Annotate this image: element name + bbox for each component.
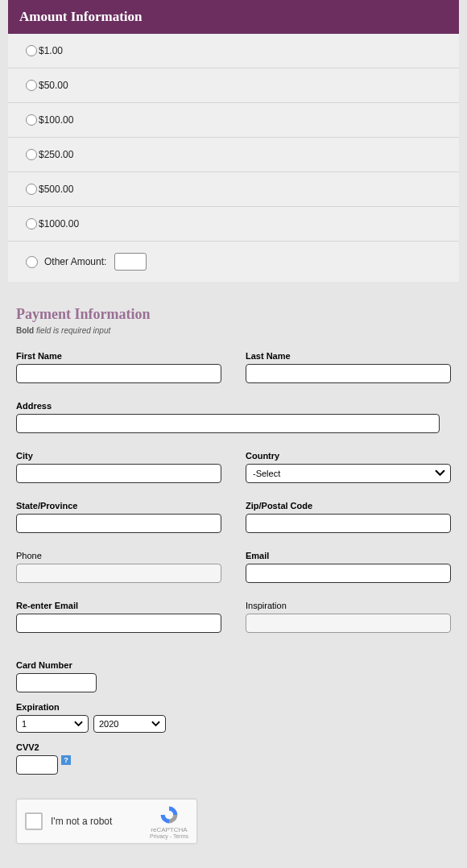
card-number-label: Card Number	[16, 660, 97, 670]
expiration-label: Expiration	[16, 702, 451, 712]
last-name-label: Last Name	[246, 351, 451, 361]
other-amount-input[interactable]	[114, 253, 147, 271]
reenter-email-field[interactable]	[16, 614, 221, 633]
amount-option-label: $100.00	[39, 114, 73, 126]
recaptcha-label: I'm not a robot	[51, 816, 150, 827]
amount-option-label: $1000.00	[39, 218, 79, 229]
zip-label: Zip/Postal Code	[246, 501, 451, 510]
country-label: Country	[246, 451, 451, 461]
payment-section: Payment Information Bold field is requir…	[8, 282, 459, 868]
card-number-field[interactable]	[16, 673, 97, 692]
first-name-label: First Name	[16, 351, 221, 361]
amount-option-label: $500.00	[39, 184, 73, 195]
radio-icon[interactable]	[26, 114, 37, 126]
amount-option-row[interactable]: $100.00	[8, 103, 459, 138]
email-label: Email	[246, 551, 451, 560]
phone-label: Phone	[16, 551, 221, 560]
radio-icon[interactable]	[26, 256, 38, 268]
first-name-field[interactable]	[16, 364, 221, 383]
amount-option-label: $1.00	[39, 45, 63, 56]
inspiration-label: Inspiration	[246, 601, 451, 610]
amount-option-row[interactable]: $50.00	[8, 68, 459, 103]
recaptcha-checkbox[interactable]	[25, 812, 43, 830]
amount-option-row[interactable]: $250.00	[8, 138, 459, 172]
expiration-year-select[interactable]: 2020	[93, 715, 166, 733]
amount-option-row[interactable]: $1.00	[8, 34, 459, 68]
radio-icon[interactable]	[26, 80, 37, 91]
amount-option-label: $250.00	[39, 149, 73, 160]
amount-option-row[interactable]: $1000.00	[8, 207, 459, 242]
radio-icon[interactable]	[26, 149, 37, 160]
cvv2-label: CVV2	[16, 742, 451, 752]
state-label: State/Province	[16, 501, 221, 510]
address-field[interactable]	[16, 414, 440, 433]
recaptcha-branding: reCAPTCHA Privacy - Terms	[150, 804, 188, 839]
amount-option-row[interactable]: $500.00	[8, 172, 459, 207]
recaptcha-terms[interactable]: Privacy - Terms	[150, 833, 188, 839]
recaptcha-brand: reCAPTCHA	[150, 826, 188, 833]
address-label: Address	[16, 401, 440, 411]
recaptcha-logo-icon	[159, 804, 180, 825]
radio-icon[interactable]	[26, 218, 37, 229]
phone-field[interactable]	[16, 564, 221, 583]
amount-other-row[interactable]: Other Amount:	[8, 242, 459, 282]
zip-field[interactable]	[246, 514, 451, 533]
payment-title: Payment Information	[16, 306, 451, 323]
page-container: Amount Information $1.00 $50.00 $100.00 …	[0, 0, 467, 868]
recaptcha-widget[interactable]: I'm not a robot reCAPTCHA Privacy - Term…	[16, 799, 197, 844]
city-field[interactable]	[16, 464, 221, 483]
other-amount-label: Other Amount:	[44, 256, 106, 267]
radio-icon[interactable]	[26, 45, 37, 56]
cvv2-field[interactable]	[16, 755, 58, 775]
amount-section: $1.00 $50.00 $100.00 $250.00 $500.00 $10…	[8, 34, 459, 282]
state-field[interactable]	[16, 514, 221, 533]
last-name-field[interactable]	[246, 364, 451, 383]
city-label: City	[16, 451, 221, 461]
inspiration-field[interactable]	[246, 614, 451, 633]
amount-section-header: Amount Information	[8, 0, 459, 34]
required-note: Bold field is required input	[16, 326, 451, 335]
amount-option-label: $50.00	[39, 80, 68, 91]
radio-icon[interactable]	[26, 184, 37, 195]
help-icon[interactable]: ?	[61, 755, 71, 765]
country-select[interactable]: -Select	[246, 464, 451, 483]
expiration-month-select[interactable]: 1	[16, 715, 89, 733]
reenter-email-label: Re-enter Email	[16, 601, 221, 610]
email-field[interactable]	[246, 564, 451, 583]
